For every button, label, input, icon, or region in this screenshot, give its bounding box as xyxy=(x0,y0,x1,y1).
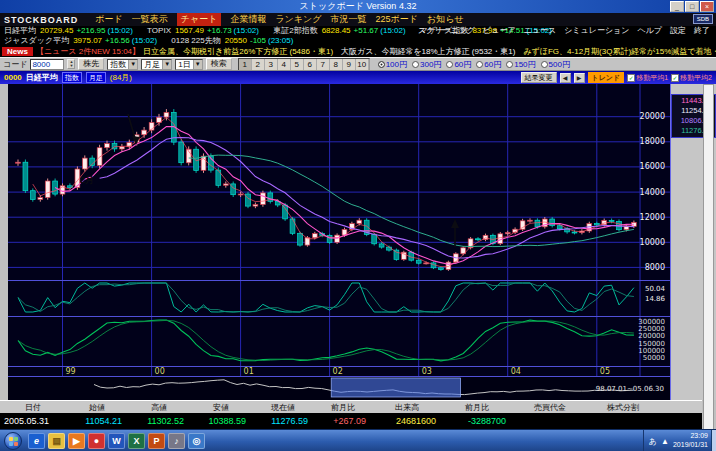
ticker-item-tse2[interactable]: 東証2部指数6828.45+51.67(15:02) xyxy=(273,26,405,35)
svg-text:14.86: 14.86 xyxy=(645,295,666,303)
table-data-row[interactable]: 2005.05.3111054.2111302.5210388.5911276.… xyxy=(0,413,702,429)
svg-text:10000: 10000 xyxy=(640,238,665,247)
prev-button[interactable]: ◀ xyxy=(560,73,571,83)
ma2-checkbox[interactable]: ✓移動平均2 xyxy=(671,73,712,83)
chevron-down-icon: ▼ xyxy=(128,60,137,69)
ma1-checkbox[interactable]: ✓移動平均1 xyxy=(627,73,668,83)
menu-market-list[interactable]: 市況一覧 xyxy=(330,13,366,26)
menu-ranking[interactable]: ランキング xyxy=(275,13,321,26)
change-result-button[interactable]: 結果変更 xyxy=(521,72,557,83)
time-axis: 99000102030405 xyxy=(8,366,670,376)
period-dropdown[interactable]: 月足▼ xyxy=(141,59,172,70)
taskbar-icon-firefox[interactable]: ● xyxy=(88,433,105,449)
menu-list-view[interactable]: 一覧表示 xyxy=(132,13,168,26)
radio-icon[interactable] xyxy=(506,61,513,68)
quick-menu-screening[interactable]: スクリーニング xyxy=(418,26,475,35)
page-button-8[interactable]: 8 xyxy=(330,59,343,70)
window-edge-strip[interactable] xyxy=(703,84,714,430)
svg-text:8000: 8000 xyxy=(645,263,665,272)
app-logo: STOCKBOARD xyxy=(4,15,78,25)
news-text-2: 大阪ガス、今期経常を18%上方修正 (9532・東1) xyxy=(333,47,523,56)
show-desktop-button[interactable] xyxy=(711,430,716,451)
radio-icon[interactable] xyxy=(446,61,453,68)
quick-menu-exit[interactable]: 終了 xyxy=(694,26,710,35)
quick-menu-simulation[interactable]: シミュレーション xyxy=(564,26,629,35)
quick-menu-news[interactable]: ニュース xyxy=(524,26,557,35)
page-button-4[interactable]: 4 xyxy=(278,59,291,70)
page-button-9[interactable]: 9 xyxy=(343,59,356,70)
menu-company-info[interactable]: 企業情報 xyxy=(230,13,266,26)
spinner-down-icon[interactable]: ▼ xyxy=(69,64,73,68)
radio-icon[interactable] xyxy=(476,61,483,68)
ticker-value: 3975.07 xyxy=(73,36,102,45)
quick-menu-viewer[interactable]: ビューア xyxy=(483,26,516,35)
ticker-item-jasdaq[interactable]: ジャスダック平均3975.07+16.56(15:02) xyxy=(4,36,157,45)
news-button[interactable]: News xyxy=(2,47,33,56)
stock-futures-button[interactable]: 株先 xyxy=(78,58,104,70)
trend-button[interactable]: トレンド xyxy=(588,72,625,83)
price-option-300[interactable]: 300円 xyxy=(412,59,441,70)
interval-dropdown[interactable]: 1日▼ xyxy=(175,59,202,70)
ticker-change: +16.56 xyxy=(105,36,130,45)
main-menubar: STOCKBOARD ボード 一覧表示 チャート 企業情報 ランキング 市況一覧… xyxy=(0,13,716,26)
taskbar-clock[interactable]: 23:09 2019/01/31 xyxy=(673,432,708,450)
taskbar-icon-media-player[interactable]: ▶ xyxy=(68,433,85,449)
page-button-6[interactable]: 6 xyxy=(304,59,317,70)
price-option-500[interactable]: 500円 xyxy=(541,59,570,70)
main-price-chart[interactable]: 2000018000160001400012000100008000 xyxy=(8,84,670,280)
close-button[interactable]: × xyxy=(700,1,714,12)
menu-225board[interactable]: 225ボード xyxy=(375,13,417,26)
menu-notice[interactable]: お知らせ xyxy=(427,13,464,26)
ticker-value: 20550 xyxy=(225,36,247,45)
index-dropdown[interactable]: 指数▼ xyxy=(107,59,138,70)
oscillator-panel[interactable]: 50.0414.86 xyxy=(8,280,670,316)
taskbar-icon-music[interactable]: ♪ xyxy=(168,433,185,449)
cell-change: +267.09 xyxy=(314,416,372,426)
ticker-item-225-futures[interactable]: 0128 225先物20550-105(23:05) xyxy=(171,36,293,45)
price-option-100[interactable]: 100円 xyxy=(378,59,407,70)
code-spinner[interactable]: ▲▼ xyxy=(67,59,75,69)
next-button[interactable]: ▶ xyxy=(574,73,585,83)
menu-board[interactable]: ボード xyxy=(95,13,122,26)
page-button-1[interactable]: 1 xyxy=(239,59,252,70)
radio-icon[interactable] xyxy=(412,61,419,68)
ticker-item-topix[interactable]: TOPIX1567.49+16.73(15:02) xyxy=(147,26,259,35)
taskbar-icon-powerpoint[interactable]: P xyxy=(148,433,165,449)
overview-scroll-chart[interactable]: 98.07.01~05.06.30 xyxy=(8,376,670,400)
ticker-item-nikkei[interactable]: 日経平均20729.45+216.95(15:02) xyxy=(4,26,133,35)
news-bar: News【ニュース 2件NEW 15:04】日立金属、今期税引き前益26%下方修… xyxy=(0,46,716,57)
maximize-button[interactable]: □ xyxy=(685,1,699,12)
window-titlebar: ストックボード Version 4.32 _ □ × xyxy=(0,0,716,13)
taskbar-icon-ie[interactable]: e xyxy=(28,433,45,449)
taskbar-icon-chrome[interactable]: ◎ xyxy=(188,433,205,449)
page-button-5[interactable]: 5 xyxy=(291,59,304,70)
ticker-time: (15:02) xyxy=(108,26,133,35)
quick-menu-settings[interactable]: 設定 xyxy=(670,26,686,35)
start-button[interactable] xyxy=(4,432,22,450)
quick-menu-help[interactable]: ヘルプ xyxy=(637,26,662,35)
taskbar-icon-excel[interactable]: X xyxy=(128,433,145,449)
price-option-60a[interactable]: 60円 xyxy=(446,59,471,70)
page-button-10[interactable]: 10 xyxy=(356,59,369,70)
taskbar-icons: e▤▶●WXP♪◎ xyxy=(28,433,205,449)
search-button[interactable]: 検索 xyxy=(206,58,232,70)
code-input[interactable] xyxy=(30,59,64,70)
tray-arrow-icon[interactable]: ▲ xyxy=(661,437,669,446)
col-turnover: 売買代金 xyxy=(512,401,588,413)
minimize-button[interactable]: _ xyxy=(670,1,684,12)
radio-icon[interactable] xyxy=(378,61,385,68)
price-option-150[interactable]: 150円 xyxy=(506,59,535,70)
taskbar-icon-word[interactable]: W xyxy=(108,433,125,449)
page-button-3[interactable]: 3 xyxy=(265,59,278,70)
menu-chart[interactable]: チャート xyxy=(177,13,222,26)
radio-icon[interactable] xyxy=(541,61,548,68)
price-option-60b[interactable]: 60円 xyxy=(476,59,501,70)
ma2-label: 移動平均2 xyxy=(680,73,712,83)
page-button-7[interactable]: 7 xyxy=(317,59,330,70)
ime-icon[interactable]: あ xyxy=(649,436,657,447)
page-button-2[interactable]: 2 xyxy=(252,59,265,70)
taskbar-icon-folder[interactable]: ▤ xyxy=(48,433,65,449)
indicator-panel[interactable]: 30000025000020000015000010000050000 xyxy=(8,316,670,366)
index-dropdown-value: 指数 xyxy=(110,60,126,69)
ticker-label: ジャスダック平均 xyxy=(4,36,69,45)
